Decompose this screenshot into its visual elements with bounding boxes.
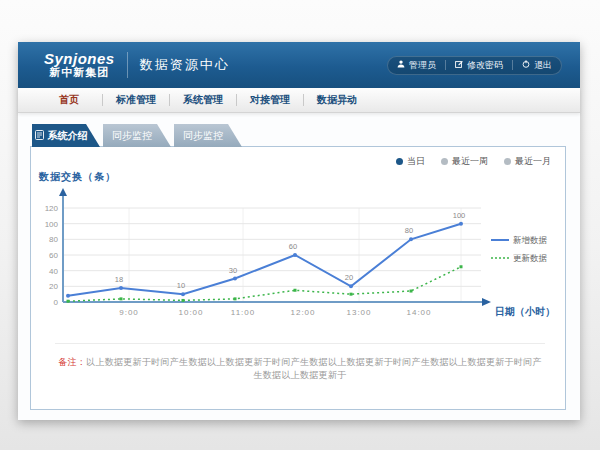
- tab-sync-monitor-2[interactable]: 同步监控: [174, 124, 242, 147]
- chart-note: 备注：以上数据更新于时间产生数据以上数据更新于时间产生数据以上数据更新于时间产生…: [55, 343, 545, 382]
- svg-text:80: 80: [405, 226, 413, 235]
- app-window: Synjones 新中新集团 数据资源中心 管理员 修改密码 退出 首页: [18, 42, 580, 420]
- svg-text:14:00: 14:00: [406, 308, 431, 317]
- svg-text:30: 30: [229, 266, 237, 275]
- username-label: 管理员: [409, 59, 436, 72]
- time-range-filter: 当日 最近一周 最近一月: [396, 155, 551, 168]
- radio-option-last-week[interactable]: 最近一周: [441, 155, 488, 168]
- svg-text:60: 60: [289, 242, 297, 251]
- svg-text:12:00: 12:00: [290, 308, 315, 317]
- svg-text:40: 40: [49, 267, 58, 276]
- svg-text:10: 10: [177, 281, 185, 290]
- person-icon: [397, 60, 405, 70]
- svg-text:11:00: 11:00: [231, 308, 255, 317]
- change-password-label: 修改密码: [467, 59, 503, 72]
- radio-label: 最近一周: [452, 155, 488, 168]
- chart-y-axis-title: 数据交换（条）: [39, 170, 116, 184]
- nav-item-system-mgmt[interactable]: 系统管理: [170, 93, 236, 107]
- svg-text:80: 80: [49, 235, 58, 244]
- tab-bar: 系统介绍 同步监控 同步监控: [32, 124, 242, 147]
- tab-label: 同步监控: [112, 129, 152, 143]
- user-toolbar: 管理员 修改密码 退出: [387, 56, 562, 75]
- svg-text:13:00: 13:00: [346, 308, 371, 317]
- tab-label: 同步监控: [183, 129, 223, 143]
- svg-text:18: 18: [115, 275, 123, 284]
- header-divider: [127, 52, 128, 78]
- svg-text:60: 60: [49, 251, 58, 260]
- note-prefix: 备注：: [58, 357, 86, 367]
- logo-text: Synjones: [44, 51, 115, 67]
- radio-dot-icon: [504, 158, 511, 165]
- main-nav: 首页 标准管理 系统管理 对接管理 数据异动: [18, 88, 580, 113]
- tab-sync-monitor-1[interactable]: 同步监控: [103, 124, 171, 147]
- svg-text:20: 20: [345, 273, 353, 282]
- logout-label: 退出: [534, 59, 552, 72]
- svg-text:更新数据: 更新数据: [513, 253, 548, 263]
- svg-text:10:00: 10:00: [178, 308, 203, 317]
- svg-text:100: 100: [453, 211, 466, 220]
- content-area: 系统介绍 同步监控 同步监控 当日 最近一周: [18, 113, 580, 420]
- radio-label: 当日: [407, 155, 425, 168]
- document-icon: [35, 130, 44, 142]
- user-menu[interactable]: 管理员: [388, 59, 445, 72]
- note-text: 以上数据更新于时间产生数据以上数据更新于时间产生数据以上数据更新于时间产生数据以…: [86, 357, 542, 380]
- radio-dot-icon: [396, 158, 403, 165]
- svg-text:100: 100: [45, 220, 59, 229]
- app-header: Synjones 新中新集团 数据资源中心 管理员 修改密码 退出: [18, 42, 580, 88]
- svg-text:日期（小时）: 日期（小时）: [495, 306, 555, 317]
- radio-dot-icon: [441, 158, 448, 165]
- edit-icon: [455, 60, 463, 70]
- tab-label: 系统介绍: [48, 129, 88, 143]
- logo-subtext: 新中新集团: [44, 67, 115, 79]
- nav-item-data-change[interactable]: 数据异动: [304, 93, 370, 107]
- nav-item-standard-mgmt[interactable]: 标准管理: [103, 93, 169, 107]
- svg-text:20: 20: [49, 282, 58, 291]
- svg-text:0: 0: [54, 298, 59, 307]
- tab-system-intro[interactable]: 系统介绍: [32, 124, 100, 147]
- radio-option-today[interactable]: 当日: [396, 155, 425, 168]
- radio-option-last-month[interactable]: 最近一月: [504, 155, 551, 168]
- content-panel: 当日 最近一周 最近一月 数据交换（条） 0204060801001209:00…: [30, 146, 566, 410]
- nav-item-home[interactable]: 首页: [36, 93, 102, 107]
- power-icon: [522, 60, 530, 70]
- logout-button[interactable]: 退出: [513, 59, 561, 72]
- nav-item-interface-mgmt[interactable]: 对接管理: [237, 93, 303, 107]
- change-password-button[interactable]: 修改密码: [446, 59, 512, 72]
- svg-text:120: 120: [45, 204, 59, 213]
- brand-logo[interactable]: Synjones 新中新集团: [44, 51, 115, 78]
- svg-text:9:00: 9:00: [119, 308, 139, 317]
- radio-label: 最近一月: [515, 155, 551, 168]
- svg-text:新增数据: 新增数据: [513, 235, 548, 245]
- line-chart: 0204060801001209:0010:0011:0012:0013:001…: [33, 185, 565, 327]
- line-chart-svg: 0204060801001209:0010:0011:0012:0013:001…: [33, 185, 565, 327]
- page-title: 数据资源中心: [140, 56, 230, 74]
